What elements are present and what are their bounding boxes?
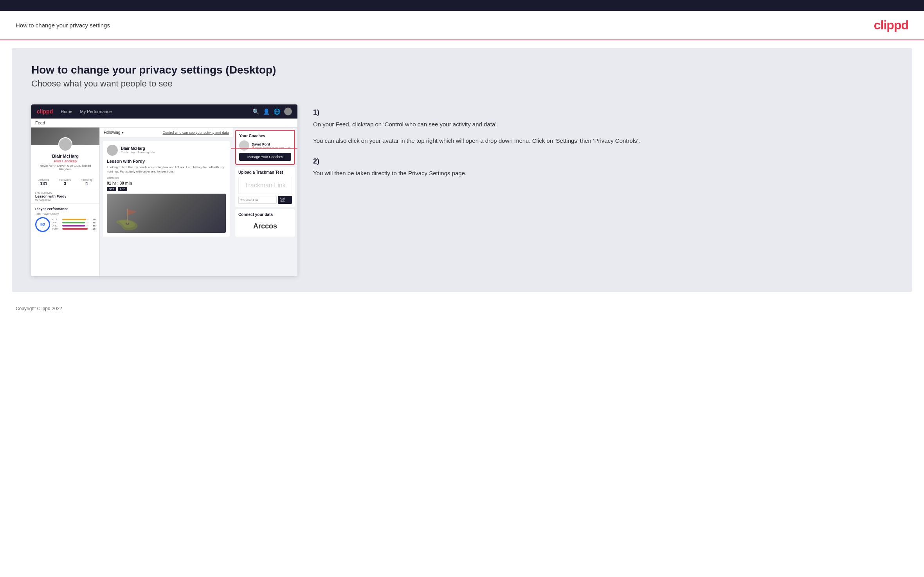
mock-stat-following: Following 4 <box>81 178 93 186</box>
trackman-panel: Upload a Trackman Test Trackman Link Add… <box>235 167 295 207</box>
quality-score: 92 <box>35 217 50 232</box>
post-title: Lesson with Fordy <box>107 159 226 164</box>
latest-activity-name: Lesson with Fordy <box>35 194 95 198</box>
mock-stats: Activities 131 Followers 3 Following 4 <box>31 175 99 189</box>
arccos-label: Arccos <box>238 219 292 234</box>
instruction-step-1: 1) On your Feed, click/tap on ‘Control w… <box>313 108 893 146</box>
bar-putt-val: 96 <box>90 228 95 230</box>
bar-app-label: APP <box>52 221 61 224</box>
copyright: Copyright Clippd 2022 <box>16 306 62 311</box>
activities-label: Activities <box>38 178 49 181</box>
mock-logo: clippd <box>37 108 53 115</box>
page-subtitle: Choose what you want people to see <box>31 79 893 89</box>
connect-panel-title: Connect your data <box>238 212 292 217</box>
coach-avatar <box>239 140 249 151</box>
post-author-info: Blair McHarg Yesterday · Sunningdale <box>121 146 155 154</box>
top-bar <box>0 0 924 11</box>
latest-activity-date: 03 Aug 2022 <box>35 198 95 201</box>
coach-row: David Ford 📍 Royal North Devon Golf Club <box>239 140 291 151</box>
bar-ott-fill <box>62 219 86 220</box>
duration-label: Duration <box>107 176 226 180</box>
following-value: 4 <box>81 181 93 186</box>
coach-name: David Ford <box>252 142 290 146</box>
app-badge: APP <box>118 187 127 191</box>
globe-icon[interactable]: 🌐 <box>274 108 280 115</box>
latest-label: Latest Activity <box>35 192 95 194</box>
mock-bars: OTT 90 APP <box>52 218 95 231</box>
mock-body: Blair McHarg Plus Handicap Royal North D… <box>31 128 297 276</box>
bar-ott: OTT 90 <box>52 218 95 221</box>
bar-arg: ARG 86 <box>52 225 95 227</box>
post-author-avatar <box>107 145 118 156</box>
add-link-button[interactable]: Add Link <box>278 196 292 204</box>
trackman-panel-title: Upload a Trackman Test <box>238 170 292 174</box>
step2-number: 2) <box>313 157 893 165</box>
quality-label: Total Player Quality <box>35 212 95 215</box>
mock-profile-badge: Plus Handicap <box>35 159 95 163</box>
mock-profile-club: Royal North Devon Golf Club, United King… <box>35 164 95 171</box>
search-icon[interactable]: 🔍 <box>252 108 259 115</box>
instruction-step-2: 2) You will then be taken directly to th… <box>313 157 893 178</box>
person-icon[interactable]: 👤 <box>263 108 270 115</box>
mock-right-panel: Your Coaches David Ford 📍 Royal North De… <box>233 128 297 276</box>
bar-putt-fill <box>62 228 88 230</box>
following-label: Following <box>81 178 93 181</box>
player-perf-title: Player Performance <box>35 207 95 211</box>
bar-putt-track <box>62 228 89 230</box>
trackman-input-row: Add Link <box>238 196 292 204</box>
content-row: clippd Home My Performance 🔍 👤 🌐 Feed <box>31 104 893 276</box>
bar-putt: PUTT 96 <box>52 228 95 230</box>
bar-app-val: 85 <box>90 221 95 224</box>
bar-arg-track <box>62 225 89 226</box>
mock-screenshot: clippd Home My Performance 🔍 👤 🌐 Feed <box>31 104 297 276</box>
bar-arg-val: 86 <box>90 225 95 227</box>
step1-extra: You can also click on your avatar in the… <box>313 136 893 146</box>
mock-player-perf: Player Performance Total Player Quality … <box>31 203 99 235</box>
bar-app-track <box>62 222 89 223</box>
mock-post-header: Blair McHarg Yesterday · Sunningdale <box>107 145 226 156</box>
connect-panel: Connect your data Arccos <box>235 209 295 237</box>
post-author-name: Blair McHarg <box>121 146 155 151</box>
coach-club: 📍 Royal North Devon Golf Club <box>252 146 290 149</box>
page-title: How to change your privacy settings (Des… <box>31 64 893 76</box>
post-description: Looking to feel like my hands are exitin… <box>107 165 226 174</box>
bar-ott-label: OTT <box>52 218 61 221</box>
clippd-logo: clippd <box>874 18 908 32</box>
bar-app-fill <box>62 222 85 223</box>
manage-coaches-button[interactable]: Manage Your Coaches <box>239 153 291 161</box>
trackman-link-input[interactable] <box>238 196 277 204</box>
bar-putt-label: PUTT <box>52 228 61 230</box>
coaches-panel: Your Coaches David Ford 📍 Royal North De… <box>235 130 295 165</box>
mock-nav: clippd Home My Performance 🔍 👤 🌐 <box>31 104 297 119</box>
bar-arg-fill <box>62 225 85 226</box>
mock-post-card: Blair McHarg Yesterday · Sunningdale Les… <box>103 141 230 237</box>
mock-avatar <box>58 137 72 151</box>
mock-stat-activities: Activities 131 <box>38 178 49 186</box>
mock-nav-right: 🔍 👤 🌐 <box>252 108 292 115</box>
feed-tab[interactable]: Feed <box>35 120 45 125</box>
followers-label: Followers <box>59 178 71 181</box>
mock-nav-home: Home <box>61 109 72 114</box>
header-title: How to change your privacy settings <box>16 22 110 29</box>
mock-stat-followers: Followers 3 <box>59 178 71 186</box>
following-label: Following <box>104 130 120 135</box>
followers-value: 3 <box>59 181 71 186</box>
footer: Copyright Clippd 2022 <box>0 300 924 318</box>
mock-latest-activity-section: Latest Activity Lesson with Fordy 03 Aug… <box>31 189 99 203</box>
duration-value: 01 hr : 30 min <box>107 181 226 185</box>
post-image: ⛳ <box>107 194 226 233</box>
bar-app: APP 85 <box>52 221 95 224</box>
bar-ott-track <box>62 219 89 220</box>
trackman-link-display: Trackman Link <box>238 177 292 194</box>
coach-info: David Ford 📍 Royal North Devon Golf Club <box>252 142 290 149</box>
feed-tab-bar: Feed <box>31 119 297 128</box>
instructions-panel: 1) On your Feed, click/tap on ‘Control w… <box>313 104 893 190</box>
control-privacy-link[interactable]: Control who can see your activity and da… <box>162 131 229 135</box>
step2-text: You will then be taken directly to the P… <box>313 169 893 178</box>
post-author-meta: Yesterday · Sunningdale <box>121 151 155 154</box>
step1-text: On your Feed, click/tap on ‘Control who … <box>313 120 893 129</box>
coaches-panel-title: Your Coaches <box>239 134 291 138</box>
ott-badge: OTT <box>107 187 116 191</box>
following-button[interactable]: Following ▾ <box>104 130 124 135</box>
avatar-icon[interactable] <box>284 108 292 115</box>
